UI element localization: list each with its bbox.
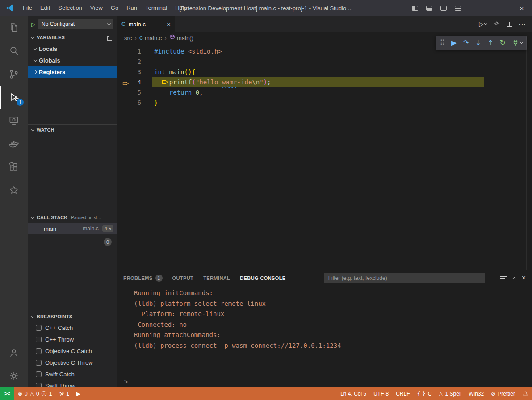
- run-file-button[interactable]: ▷: [479, 21, 487, 28]
- stack-frame-row[interactable]: main main.c 4:5: [28, 223, 117, 234]
- source-control-icon[interactable]: [0, 62, 28, 86]
- checkbox-icon[interactable]: [36, 360, 42, 366]
- menu-file[interactable]: File: [19, 0, 36, 16]
- start-debug-icon[interactable]: ▷: [31, 21, 36, 28]
- inline-breakpoint-icon[interactable]: [162, 79, 169, 86]
- gutter[interactable]: 6: [117, 99, 151, 106]
- code-line[interactable]: 2: [117, 56, 532, 67]
- breakpoint-item-swift-throw[interactable]: Swift Throw: [28, 380, 117, 388]
- console-filter-input[interactable]: [324, 273, 485, 283]
- menu-go[interactable]: Go: [107, 0, 122, 16]
- console-options-icon[interactable]: [500, 276, 507, 280]
- explorer-icon[interactable]: [0, 16, 28, 39]
- split-editor-icon[interactable]: [507, 22, 512, 27]
- build-target[interactable]: Win32: [465, 388, 487, 400]
- language-indicator[interactable]: { } C: [414, 388, 436, 400]
- remote-indicator[interactable]: ><: [0, 388, 14, 400]
- checkbox-icon[interactable]: [36, 325, 42, 331]
- gutter[interactable]: 5: [117, 89, 151, 96]
- breadcrumb-symbol[interactable]: main(): [169, 34, 193, 42]
- notifications-bell-icon[interactable]: [519, 388, 532, 400]
- gutter[interactable]: 3: [117, 68, 151, 75]
- breakpoints-header[interactable]: BREAKPOINTS: [28, 311, 117, 322]
- maximize-button[interactable]: [491, 0, 511, 16]
- menu-run[interactable]: Run: [122, 0, 141, 16]
- formatter-status[interactable]: ⊘Prettier: [487, 388, 519, 400]
- breakpoint-item-swift-catch[interactable]: Swift Catch: [28, 368, 117, 380]
- more-actions-icon[interactable]: ⋯: [519, 20, 526, 29]
- spell-status[interactable]: △1 Spell: [435, 388, 465, 400]
- tab-close-icon[interactable]: ×: [167, 21, 171, 28]
- settings-gear-icon[interactable]: [0, 364, 28, 388]
- menu-selection[interactable]: Selection: [54, 0, 86, 16]
- extensions-icon[interactable]: [0, 155, 28, 179]
- tab-main-c[interactable]: C main.c ×: [117, 16, 175, 32]
- code-editor[interactable]: 1#include <stdio.h>23int main(){4 printf…: [117, 44, 532, 270]
- toggle-panel-icon[interactable]: [423, 2, 436, 14]
- checkbox-icon[interactable]: [36, 383, 42, 388]
- call-stack-header[interactable]: CALL STACK Paused on st...: [28, 212, 117, 223]
- menu-view[interactable]: View: [86, 0, 107, 16]
- console-prompt-icon[interactable]: >: [124, 378, 128, 385]
- toggle-secondary-sidebar-icon[interactable]: [437, 2, 450, 14]
- step-over-icon[interactable]: ↷: [463, 39, 469, 46]
- toggle-sidebar-icon[interactable]: [409, 2, 421, 14]
- problems-status[interactable]: ⊗0 △0 ⓘ1: [14, 388, 55, 400]
- gutter[interactable]: 1: [117, 48, 151, 55]
- symbol-method-icon: [169, 34, 175, 42]
- gutter[interactable]: 4: [117, 79, 151, 86]
- checkbox-icon[interactable]: [36, 371, 42, 377]
- debug-console-output[interactable]: Running initCommands:(lldb) platform sel…: [117, 286, 532, 376]
- watch-header[interactable]: WATCH: [28, 125, 117, 135]
- breadcrumb-src[interactable]: src: [124, 35, 132, 42]
- close-panel-icon[interactable]: ×: [522, 274, 526, 282]
- step-out-icon[interactable]: ↑: [487, 39, 493, 46]
- breakpoint-item-objective-c-throw[interactable]: Objective C Throw: [28, 357, 117, 368]
- editor-gear-icon[interactable]: [493, 20, 500, 29]
- step-into-icon[interactable]: ↓: [475, 39, 481, 46]
- docker-icon[interactable]: [0, 132, 28, 155]
- tools-status[interactable]: ⚒1: [55, 388, 72, 400]
- disconnect-icon[interactable]: [512, 39, 523, 46]
- checkbox-icon[interactable]: [36, 348, 42, 354]
- breakpoint-item-c-throw[interactable]: C++ Throw: [28, 333, 117, 345]
- breakpoint-item-c-catch[interactable]: C++ Catch: [28, 322, 117, 333]
- encoding-indicator[interactable]: UTF-8: [370, 388, 392, 400]
- run-and-debug-icon[interactable]: 1: [0, 86, 28, 109]
- editor-scrollbar[interactable]: [526, 44, 532, 270]
- copy-value-icon[interactable]: [107, 35, 113, 40]
- debug-config-select[interactable]: No Configurat: [38, 19, 113, 29]
- panel-tab-debug-console[interactable]: DEBUG CONSOLE: [240, 270, 285, 286]
- code-line[interactable]: 5 return 0;: [117, 87, 532, 97]
- variables-item-registers[interactable]: Registers: [28, 66, 117, 78]
- code-line[interactable]: 3int main(){: [117, 67, 532, 77]
- restart-icon[interactable]: ↻: [500, 39, 506, 46]
- variables-item-locals[interactable]: Locals: [28, 43, 117, 54]
- breakpoint-item-objective-c-catch[interactable]: Objective C Catch: [28, 345, 117, 357]
- continue-icon[interactable]: ▶: [451, 39, 457, 46]
- minimize-button[interactable]: [470, 0, 491, 16]
- panel-tab-problems[interactable]: PROBLEMS1: [123, 270, 163, 286]
- cursor-position[interactable]: Ln 4, Col 5: [337, 388, 370, 400]
- accounts-icon[interactable]: [0, 341, 28, 364]
- code-line[interactable]: 6}: [117, 97, 532, 108]
- variables-header[interactable]: VARIABLES: [28, 32, 117, 43]
- search-icon[interactable]: [0, 39, 28, 62]
- eol-indicator[interactable]: CRLF: [392, 388, 413, 400]
- breadcrumb-file[interactable]: C main.c: [139, 35, 162, 42]
- remote-explorer-icon[interactable]: [0, 109, 28, 132]
- panel-tab-terminal[interactable]: TERMINAL: [203, 270, 230, 286]
- variables-item-globals[interactable]: Globals: [28, 54, 117, 66]
- debug-status[interactable]: ▶: [73, 388, 84, 400]
- gutter[interactable]: 2: [117, 58, 151, 65]
- menu-terminal[interactable]: Terminal: [141, 0, 171, 16]
- menu-edit[interactable]: Edit: [36, 0, 54, 16]
- close-button[interactable]: ×: [511, 0, 532, 16]
- customize-layout-icon[interactable]: [452, 2, 464, 14]
- maximize-panel-icon[interactable]: [512, 277, 515, 280]
- panel-tab-output[interactable]: OUTPUT: [172, 270, 194, 286]
- star-icon[interactable]: [0, 179, 28, 202]
- checkbox-icon[interactable]: [36, 337, 42, 342]
- code-line[interactable]: 4 printf("hello wamr-ide\n");: [117, 77, 532, 87]
- menu-help[interactable]: Help: [171, 0, 191, 16]
